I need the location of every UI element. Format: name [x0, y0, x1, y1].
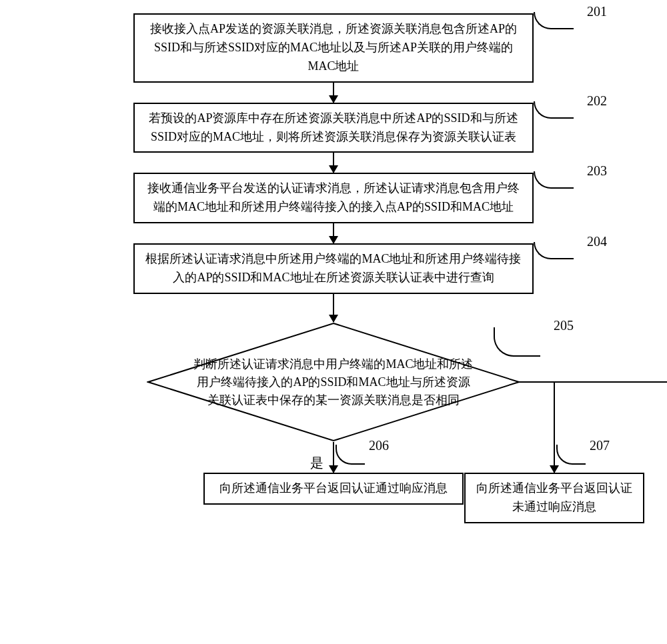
flowchart: 接收接入点AP发送的资源关联消息，所述资源关联消息包含所述AP的SSID和与所述… [7, 13, 660, 522]
step-202-text: 若预设的AP资源库中存在所述资源关联消息中所述AP的SSID和与所述SSID对应… [149, 111, 518, 143]
step-203-text: 接收通信业务平台发送的认证请求消息，所述认证请求消息包含用户终端的MAC地址和所… [147, 181, 520, 213]
arrow-down-icon [333, 294, 334, 322]
step-201-group: 接收接入点AP发送的资源关联消息，所述资源关联消息包含所述AP的SSID和与所述… [133, 13, 534, 83]
step-203-box: 接收通信业务平台发送的认证请求消息，所述认证请求消息包含用户终端的MAC地址和所… [133, 173, 534, 223]
yes-branch: 是 206 向所述通信业务平台返回认证通过响应消息 [203, 442, 464, 505]
step-207-ref: 207 [590, 438, 610, 453]
leader-line [534, 242, 574, 259]
leader-line [534, 101, 574, 119]
step-206-text: 向所述通信业务平台返回认证通过响应消息 [219, 481, 448, 495]
leader-line [556, 445, 586, 465]
step-204-text: 根据所述认证请求消息中所述用户终端的MAC地址和所述用户终端待接入的AP的SSI… [145, 252, 521, 284]
step-206-box: 向所述通信业务平台返回认证通过响应消息 [203, 473, 464, 505]
step-202-box: 若预设的AP资源库中存在所述资源关联消息中所述AP的SSID和与所述SSID对应… [133, 103, 534, 153]
step-204-box: 根据所述认证请求消息中所述用户终端的MAC地址和所述用户终端待接入的AP的SSI… [133, 243, 534, 294]
branch-area: 是 206 向所述通信业务平台返回认证通过响应消息 207 向所述通信业务平台返… [7, 442, 660, 522]
step-202-group: 若预设的AP资源库中存在所述资源关联消息中所述AP的SSID和与所述SSID对应… [133, 103, 534, 153]
yes-label: 是 [310, 454, 323, 472]
leader-line [534, 12, 574, 29]
leader-line [494, 327, 540, 357]
arrow-down-icon [333, 153, 334, 173]
leader-line [534, 171, 574, 189]
step-207-box: 向所述通信业务平台返回认证未通过响应消息 [464, 473, 644, 523]
step-204-group: 根据所述认证请求消息中所述用户终端的MAC地址和所述用户终端待接入的AP的SSI… [133, 243, 534, 294]
step-205-ref: 205 [554, 318, 574, 333]
step-206-ref: 206 [369, 438, 389, 453]
step-203-group: 接收通信业务平台发送的认证请求消息，所述认证请求消息包含用户终端的MAC地址和所… [133, 173, 534, 223]
arrow-down-icon [554, 382, 555, 473]
no-branch: 207 向所述通信业务平台返回认证未通过响应消息 [464, 382, 644, 523]
arrow-down-icon [333, 223, 334, 243]
arrow-down-icon [333, 442, 334, 473]
step-201-ref: 201 [587, 4, 607, 19]
step-201-box: 接收接入点AP发送的资源关联消息，所述资源关联消息包含所述AP的SSID和与所述… [133, 13, 534, 83]
step-207-text: 向所述通信业务平台返回认证未通过响应消息 [476, 481, 632, 513]
step-202-ref: 202 [587, 93, 607, 109]
leader-line [336, 445, 365, 465]
arrow-down-icon [333, 83, 334, 103]
step-204-ref: 204 [587, 234, 607, 249]
step-201-text: 接收接入点AP发送的资源关联消息，所述资源关联消息包含所述AP的SSID和与所述… [150, 22, 517, 73]
step-203-ref: 203 [587, 163, 607, 179]
